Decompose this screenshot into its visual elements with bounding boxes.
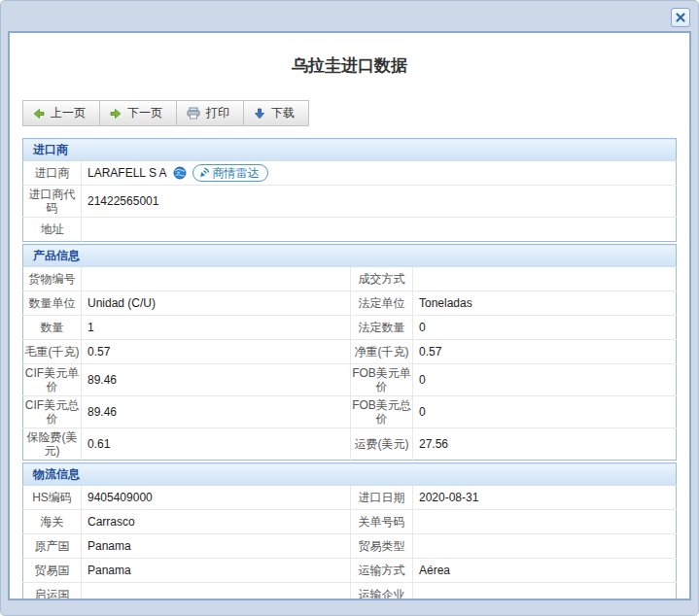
field-row: 毛重(千克) 0.57 净重(千克) 0.57 — [23, 340, 677, 364]
field-label: 贸易类型 — [351, 534, 413, 559]
field-label: 原产国 — [23, 534, 82, 559]
field-row: 海关 Carrasco 关单号码 — [23, 510, 677, 534]
field-value: 1 — [82, 316, 351, 340]
field-row: 贸易国 Panama 运输方式 Aérea — [23, 559, 677, 583]
field-value: 89.46 — [82, 364, 351, 396]
field-label: 进口日期 — [351, 486, 413, 510]
field-value: 0 — [413, 396, 677, 428]
print-label: 打印 — [206, 105, 229, 121]
field-label: 关单号码 — [351, 510, 413, 534]
field-value — [413, 510, 677, 534]
close-icon — [675, 12, 686, 23]
field-value: 0 — [413, 316, 677, 340]
field-value — [82, 218, 677, 242]
field-row: CIF美元总价 89.46 FOB美元总价 0 — [23, 396, 677, 428]
toolbar: 上一页 下一页 打印 — [22, 100, 309, 126]
field-value — [413, 534, 677, 559]
field-label: 启运国 — [23, 583, 82, 601]
download-button[interactable]: 下载 — [243, 100, 309, 126]
radar-badge-label: 商情雷达 — [213, 166, 260, 180]
field-row: 原产国 Panama 贸易类型 — [23, 534, 677, 559]
radar-icon — [198, 167, 210, 179]
field-label: 数量单位 — [23, 291, 82, 316]
download-label: 下载 — [271, 105, 295, 121]
field-label: FOB美元单价 — [351, 364, 413, 396]
close-button[interactable] — [671, 8, 690, 27]
prev-arrow-green-icon — [33, 108, 45, 120]
field-label: 数量 — [23, 316, 82, 340]
field-value — [413, 583, 677, 601]
download-arrow-blue-icon — [254, 108, 265, 120]
next-page-label: 下一页 — [127, 105, 162, 121]
field-row: 保险费(美元) 0.61 运费(美元) 27.56 — [23, 428, 677, 461]
field-row: 货物编号 成交方式 — [23, 267, 677, 291]
section-logistics-info: 物流信息 HS编码 9405409000 进口日期 2020-08-31 海关 … — [22, 462, 677, 600]
field-label: CIF美元单价 — [23, 364, 82, 396]
field-value: 0.57 — [413, 340, 677, 364]
field-label: 成交方式 — [351, 267, 413, 291]
field-value — [82, 267, 351, 291]
field-value: Carrasco — [82, 510, 351, 534]
field-value: Panama — [82, 559, 351, 583]
import-data-window: 乌拉圭进口数据 上一页 下一页 — [0, 0, 699, 616]
field-value: 2020-08-31 — [413, 486, 677, 510]
field-label: 法定单位 — [351, 291, 413, 316]
field-label: 贸易国 — [23, 559, 82, 583]
field-row: 数量单位 Unidad (C/U) 法定单位 Toneladas — [23, 291, 677, 316]
field-value — [413, 267, 677, 291]
field-value: 9405409000 — [82, 486, 351, 510]
field-row: 进口商 LARAFELL S A — [23, 161, 677, 186]
field-value: Aérea — [413, 559, 677, 583]
field-value — [82, 583, 351, 601]
field-label: 保险费(美元) — [23, 428, 82, 461]
field-row: 启运国 运输企业 — [23, 583, 677, 601]
field-row: 进口商代码 21422565001 — [23, 186, 677, 218]
field-label: 运输企业 — [351, 583, 413, 601]
content-panel: 乌拉圭进口数据 上一页 下一页 — [8, 31, 691, 600]
section-product-info: 产品信息 货物编号 成交方式 数量单位 Unidad (C/U) 法定单位 To… — [22, 244, 677, 461]
importer-name-value: LARAFELL S A — [87, 166, 167, 180]
next-arrow-green-icon — [110, 108, 122, 120]
field-label: 毛重(千克) — [23, 340, 82, 364]
field-label: FOB美元总价 — [351, 396, 413, 428]
field-value: Unidad (C/U) — [82, 291, 351, 316]
field-value: Toneladas — [413, 291, 677, 316]
print-button[interactable]: 打印 — [176, 100, 244, 126]
field-label: 运费(美元) — [351, 428, 413, 461]
field-label: 净重(千克) — [351, 340, 413, 364]
field-value: Panama — [82, 534, 351, 559]
business-radar-link[interactable]: 商情雷达 — [192, 164, 268, 182]
field-label: 货物编号 — [23, 267, 82, 291]
field-label: CIF美元总价 — [23, 396, 82, 428]
field-value: 89.46 — [82, 396, 351, 428]
field-value: 0 — [413, 364, 677, 396]
field-label: 法定数量 — [351, 316, 413, 340]
section-importer: 进口商 进口商 LARAFELL S A — [22, 138, 677, 242]
field-label: 进口商 — [23, 161, 82, 186]
printer-icon — [187, 107, 200, 120]
field-value: 0.61 — [82, 428, 351, 461]
section-header-product-info: 产品信息 — [23, 245, 677, 267]
field-value: 0.57 — [82, 340, 351, 364]
field-row: CIF美元单价 89.46 FOB美元单价 0 — [23, 364, 677, 396]
next-page-button[interactable]: 下一页 — [99, 100, 177, 126]
prev-page-label: 上一页 — [51, 105, 86, 121]
field-label: 地址 — [23, 218, 82, 242]
field-row: 数量 1 法定数量 0 — [23, 316, 677, 340]
field-label: HS编码 — [23, 486, 82, 510]
field-row: 地址 — [23, 218, 677, 242]
field-label: 运输方式 — [351, 559, 413, 583]
section-header-importer: 进口商 — [23, 139, 677, 161]
field-value: 21422565001 — [82, 186, 677, 218]
field-value: 27.56 — [413, 428, 677, 461]
field-row: HS编码 9405409000 进口日期 2020-08-31 — [23, 486, 677, 510]
section-header-logistics-info: 物流信息 — [23, 463, 677, 486]
field-label: 海关 — [23, 510, 82, 534]
page-title: 乌拉圭进口数据 — [22, 54, 677, 78]
prev-page-button[interactable]: 上一页 — [22, 100, 100, 126]
field-label: 进口商代码 — [23, 186, 82, 218]
globe-icon[interactable] — [173, 166, 187, 180]
